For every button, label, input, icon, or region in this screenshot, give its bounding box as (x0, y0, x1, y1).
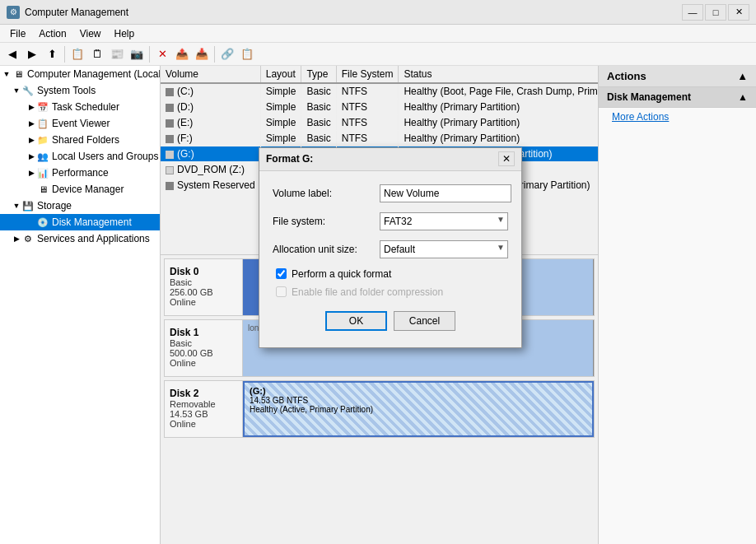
compression-label: Enable file and folder compression (292, 286, 443, 298)
dialog-close-button[interactable]: ✕ (498, 151, 515, 166)
dialog-title-bar: Format G: ✕ (259, 148, 521, 171)
compression-checkbox[interactable] (276, 286, 287, 297)
allocation-unit-label: Allocation unit size: (273, 244, 380, 255)
file-system-label: File system: (273, 216, 380, 227)
allocation-unit-select-wrapper: Default 512 1024 2048 4096 (380, 240, 508, 258)
dialog-title: Format G: (266, 153, 313, 165)
dialog-cancel-button[interactable]: Cancel (394, 311, 455, 331)
allocation-unit-row: Allocation unit size: Default 512 1024 2… (273, 240, 508, 258)
quick-format-checkbox[interactable] (276, 268, 287, 279)
volume-label-input[interactable] (380, 184, 511, 202)
volume-label-label: Volume label: (273, 188, 380, 199)
allocation-unit-select[interactable]: Default 512 1024 2048 4096 (380, 240, 508, 258)
quick-format-label[interactable]: Perform a quick format (292, 268, 391, 280)
dialog-buttons: OK Cancel (273, 311, 508, 334)
file-system-select[interactable]: FAT32 NTFS exFAT (380, 212, 508, 230)
quick-format-row: Perform a quick format (273, 268, 508, 280)
file-system-select-wrapper: FAT32 NTFS exFAT (380, 212, 508, 230)
modal-overlay: Format G: ✕ Volume label: File system: F… (0, 0, 756, 544)
dialog-ok-button[interactable]: OK (325, 311, 387, 331)
file-system-row: File system: FAT32 NTFS exFAT (273, 212, 508, 230)
volume-label-row: Volume label: (273, 184, 508, 202)
format-dialog: Format G: ✕ Volume label: File system: F… (259, 147, 522, 348)
dialog-body: Volume label: File system: FAT32 NTFS ex… (259, 171, 521, 347)
compression-row: Enable file and folder compression (273, 286, 508, 298)
